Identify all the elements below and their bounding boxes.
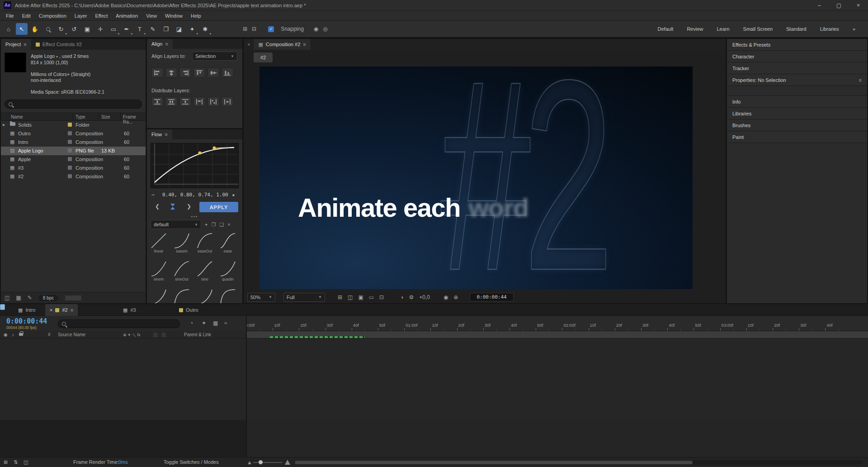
add-preset-icon[interactable]: + [205,222,208,227]
apply-button[interactable]: APPLY [199,202,238,212]
right-panel-tracker[interactable]: Tracker [727,62,867,74]
distribute-center-horizontal-button[interactable] [208,97,219,106]
preview-timecode[interactable]: 0:00:00:44 [470,293,513,301]
workspace-small-screen[interactable]: Small Screen [737,26,779,32]
distribute-bottom-button[interactable] [179,97,191,106]
orbit-tool-icon[interactable]: ↻▾ [55,23,67,35]
transparency-grid-icon[interactable]: ◫ [348,294,353,300]
color-management-icon[interactable]: ◑ [400,294,403,300]
right-panel-paint[interactable]: Paint [727,131,867,143]
workspace-learn[interactable]: Learn [710,26,736,32]
project-search-input[interactable] [15,101,128,107]
menu-view[interactable]: View [142,13,161,19]
camera-tool-icon[interactable]: ▣ [81,23,93,35]
playhead-handle[interactable] [0,304,5,310]
workspace-default[interactable]: Default [651,26,680,32]
preset-partial-0[interactable] [148,289,170,303]
eraser-tool-icon[interactable]: ◪ [173,23,185,35]
preset-easeOut[interactable]: easeOut [194,233,216,260]
right-panel-info[interactable]: Info [727,96,867,108]
panel-menu-icon[interactable]: ≡ [303,42,306,47]
col-name[interactable]: Name [11,114,23,119]
preset-partial-3[interactable] [217,289,239,303]
workspace-standard[interactable]: Standard [780,26,813,32]
align-left-button[interactable] [151,68,163,77]
twirl-icon[interactable]: ▶ [3,123,5,127]
label-swatch[interactable] [68,123,72,127]
exposure-value[interactable]: +0,0 [419,294,430,300]
preset-quadIn[interactable]: quadIn [217,261,239,288]
selection-tool-icon[interactable]: ↖ [16,23,28,35]
project-item-outro[interactable]: ▦OutroComposition60 [1,129,146,138]
align-center-horizontal-button[interactable] [165,68,177,77]
settings-gear-icon[interactable]: ⚙ [409,294,414,300]
align-right-button[interactable] [179,68,191,77]
col-type[interactable]: Type [75,114,85,119]
panel-menu-icon[interactable]: ≡ [24,42,26,47]
panel-menu-icon[interactable]: ≡ [859,77,862,83]
new-comp-icon[interactable]: ✎ [28,295,32,301]
tab-composition[interactable]: ▦ Composition #2 ≡ [254,39,310,50]
align-top-button[interactable] [193,68,205,77]
preset-ease[interactable]: ease [217,233,239,260]
tab-effect-controls[interactable]: Effect Controls #2 [31,39,86,50]
preset-partial-1[interactable] [171,289,193,303]
zoom-tool-icon[interactable] [42,23,54,35]
project-flowchart-icon[interactable]: ◫ [5,295,9,301]
magnification-dropdown[interactable]: 50% ▼ [247,293,275,302]
align-center-vertical-button[interactable] [208,68,219,77]
zoom-out-icon[interactable] [248,461,251,464]
menu-file[interactable]: File [2,13,18,19]
menu-help[interactable]: Help [187,13,205,19]
guides-icon[interactable]: ⊟ [252,26,256,32]
menu-edit[interactable]: Edit [18,13,35,19]
drag-dots[interactable]: ••• [147,214,242,219]
panel-menu-icon[interactable]: ≡ [165,132,167,137]
preset-dropdown[interactable]: default ▼ [151,220,201,229]
preset-linear[interactable]: linear [148,233,170,260]
grid-icon[interactable]: ⊞ [243,26,247,32]
distribute-top-button[interactable] [151,97,163,106]
duplicate-preset-icon[interactable]: ❐ [211,222,216,228]
puppet-tool-icon[interactable]: ✱▾ [199,23,211,35]
label-swatch[interactable] [68,131,72,135]
flow-curve-editor[interactable] [151,143,239,188]
roi-icon[interactable]: ⊞ [338,294,342,300]
preset-easeIn[interactable]: easeIn [171,233,193,260]
distribute-center-vertical-button[interactable] [165,97,177,106]
rotate-tool-icon[interactable]: ↺ [68,23,80,35]
project-item-apple[interactable]: ▦AppleComposition60 [1,155,146,164]
label-swatch[interactable] [68,174,72,178]
project-item-intro[interactable]: ▦IntroComposition60 [1,138,146,147]
timeline-hscrollbar-thumb[interactable] [295,461,693,464]
shape-tool-icon[interactable]: ▭▾ [108,23,119,35]
bezier-values[interactable]: 0.40, 0.80, 0.74, 1.00 [162,192,228,198]
pen-tool-icon[interactable]: ✒▾ [121,23,132,35]
hand-tool-icon[interactable]: ✋ [29,23,41,35]
mini-flow-icon[interactable]: ◫ [24,459,28,465]
right-panel-character[interactable]: Character [727,51,867,62]
panel-menu-icon[interactable]: ≡ [165,41,168,47]
label-swatch[interactable] [68,166,72,170]
distribute-left-button[interactable] [193,97,205,106]
prev-keyframe-icon[interactable]: ❮ [155,203,160,210]
tab-project[interactable]: Project ≡ [1,39,31,50]
right-panel-effects-presets[interactable]: Effects & Presets [727,39,867,51]
delete-preset-icon[interactable]: × [227,222,230,227]
tab-flow[interactable]: Flow ≡ [147,129,172,139]
composition-viewport[interactable]: #2 Animate each word [259,67,693,289]
project-item-3[interactable]: ▦#3Composition60 [1,164,146,172]
maximize-button[interactable]: ▢ [836,2,841,9]
menu-animation[interactable]: Animation [112,13,142,19]
close-icon[interactable]: × [244,42,254,47]
tab-align[interactable]: Align ≡ [147,39,173,49]
chevron-down-icon[interactable]: ▾ [56,55,58,59]
type-tool-icon[interactable]: T▾ [134,23,146,35]
brush-tool-icon[interactable]: ✎ [147,23,159,35]
col-size[interactable]: Size [101,114,110,119]
right-panel-libraries[interactable]: Libraries [727,108,867,119]
preset-sine[interactable]: sine [194,261,216,288]
label-swatch[interactable] [68,140,72,144]
project-search[interactable] [5,100,142,109]
minimize-button[interactable]: – [818,2,821,9]
